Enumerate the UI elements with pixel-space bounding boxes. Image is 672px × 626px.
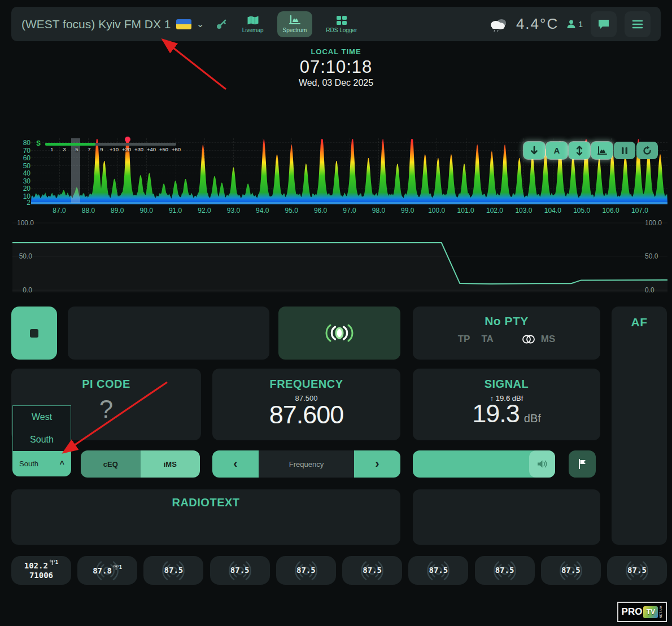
history-y-tick: 100.0	[645, 219, 662, 227]
ims-button[interactable]: iMS	[141, 450, 200, 478]
auto-label: A	[554, 146, 560, 155]
preset-button[interactable]: 87.81	[77, 556, 137, 585]
ceq-button[interactable]: cEQ	[81, 450, 141, 478]
preset-button[interactable]: 87.5	[475, 556, 535, 585]
spectrum-chart-icon	[289, 15, 301, 25]
preset-frequency: 87.5	[164, 566, 184, 575]
tp-flag: TP	[458, 334, 470, 345]
preset-frequency: 87.5	[495, 566, 514, 575]
flag-button[interactable]	[569, 450, 596, 478]
spectrum-x-tick: 91.0	[169, 207, 182, 214]
nav-livemap[interactable]: Livemap	[237, 11, 269, 37]
chat-button[interactable]	[591, 11, 617, 37]
refresh-button[interactable]	[636, 142, 658, 159]
preset-frequency: 87.81	[93, 566, 122, 576]
spectrum-x-tick: 104.0	[544, 207, 561, 214]
smeter-tick: 9	[100, 146, 103, 152]
preset-buttons-row: 102.217100687.8187.587.587.587.587.587.5…	[11, 556, 667, 585]
antenna-select[interactable]: South ^	[12, 451, 71, 476]
arrows-vertical-icon	[574, 145, 585, 156]
frequency-up-button[interactable]: ›	[354, 450, 400, 478]
chat-icon	[597, 19, 610, 30]
spectrum-x-tick: 99.0	[401, 207, 414, 214]
scroll-down-button[interactable]	[523, 142, 545, 159]
preset-button[interactable]: 87.5	[143, 556, 203, 585]
nav-rds-logger[interactable]: RDS Logger	[320, 11, 363, 37]
chevron-down-icon[interactable]: ⌄	[196, 18, 204, 30]
preset-frequency: 87.5	[363, 566, 382, 575]
pause-button[interactable]	[614, 142, 635, 159]
nav-spectrum[interactable]: Spectrum	[277, 11, 313, 37]
antenna-option-west[interactable]: West	[13, 406, 71, 428]
vertical-scale-button[interactable]	[569, 142, 590, 159]
spectrum-y-tick: 70	[23, 147, 30, 155]
pty-panel: No PTY TP TA MS	[413, 307, 600, 360]
smeter-fill	[45, 143, 95, 146]
stereo-icon	[522, 335, 535, 344]
arrow-down-icon	[529, 145, 540, 156]
chart-style-button[interactable]	[591, 142, 613, 159]
server-title[interactable]: (WEST focus) Kyiv FM DX 1	[21, 17, 171, 31]
spectrum-y-tick: 30	[23, 177, 30, 185]
spectrum-x-tick: 89.0	[111, 207, 124, 214]
preset-button[interactable]: 87.5	[408, 556, 468, 585]
preset-button[interactable]: 87.5	[607, 556, 667, 585]
preset-frequency: 87.5	[561, 566, 581, 575]
volume-slider[interactable]	[413, 450, 555, 478]
spectrum-x-tick: 100.0	[428, 207, 445, 214]
eq-segmented-control: cEQ iMS	[81, 450, 200, 478]
preset-button[interactable]: 87.5	[210, 556, 270, 585]
history-y-tick: 100.0	[17, 219, 32, 227]
map-icon	[247, 15, 259, 25]
preset-frequency: 102.2171006	[24, 561, 59, 580]
signal-panel: SIGNAL ↑ 19.6 dBf 19.3 dBf	[413, 369, 600, 440]
logo-pro-text: PRO	[622, 606, 643, 618]
clock-date: Wed, 03 Dec 2025	[0, 78, 672, 88]
spectrum-x-tick: 97.0	[343, 207, 356, 214]
spectrum-x-tick: 90.0	[140, 207, 153, 214]
spectrum-x-tick: 101.0	[457, 207, 474, 214]
spectrum-x-tick: 106.0	[603, 207, 619, 214]
spectrum-x-tick: 94.0	[256, 207, 269, 214]
signal-history-chart	[12, 219, 667, 292]
rds-flags: TP TA MS	[413, 334, 600, 345]
signal-unit: dBf	[524, 412, 541, 425]
preset-button[interactable]: 102.2171006	[11, 556, 71, 585]
antenna-option-south[interactable]: South	[13, 428, 71, 451]
area-chart-icon	[596, 145, 608, 156]
preset-button[interactable]: 87.5	[541, 556, 601, 585]
history-y-tick: 50.0	[17, 252, 32, 260]
af-list-panel: AF	[612, 307, 667, 545]
grid-icon	[336, 15, 347, 25]
smeter-tick: 5	[75, 146, 78, 152]
ta-flag: TA	[481, 334, 493, 345]
frequency-input[interactable]: Frequency	[259, 450, 354, 478]
hamburger-icon	[632, 20, 643, 29]
history-y-tick: 0.0	[17, 286, 32, 294]
peak-marker-dot	[125, 137, 130, 142]
stop-button[interactable]	[11, 307, 57, 360]
ms-flag: MS	[541, 334, 556, 345]
frequency-stepper: ‹ Frequency ›	[212, 450, 400, 478]
spectrum-y-tick: 40	[23, 169, 30, 177]
auto-scale-button[interactable]: A	[546, 142, 568, 159]
antenna-icon	[113, 564, 119, 571]
pty-value: No PTY	[413, 314, 600, 328]
spectrum-x-tick: 107.0	[631, 207, 648, 214]
history-y-tick: 0.0	[645, 286, 654, 294]
antenna-selected-value: South	[19, 459, 60, 468]
fm-dx-webserver-app: (WEST focus) Kyiv FM DX 1 ⌄ Livemap Spec…	[0, 0, 672, 626]
menu-button[interactable]	[625, 11, 651, 37]
preset-pi-code: 71006	[29, 571, 53, 580]
listener-count: 1	[566, 19, 583, 29]
preset-button[interactable]: 87.5	[342, 556, 402, 585]
volume-thumb[interactable]	[529, 450, 555, 478]
antenna-options-list: WestSouth	[12, 405, 71, 452]
radiotext-title: RADIOTEXT	[11, 496, 400, 509]
preset-frequency: 87.5	[296, 566, 316, 575]
top-bar: (WEST focus) Kyiv FM DX 1 ⌄ Livemap Spec…	[11, 7, 661, 41]
spectrum-y-tick: 2	[27, 199, 30, 207]
frequency-down-button[interactable]: ‹	[212, 450, 259, 478]
key-icon[interactable]	[215, 17, 228, 31]
preset-button[interactable]: 87.5	[276, 556, 336, 585]
